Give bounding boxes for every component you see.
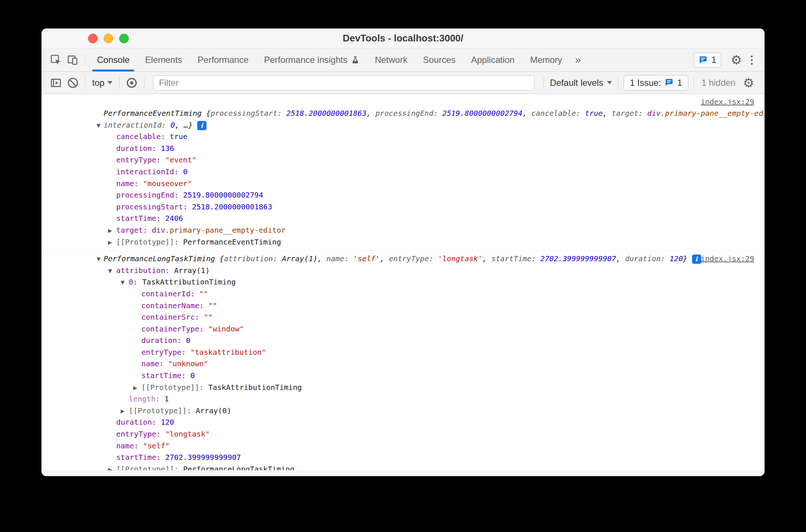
console-token: [[Prototype]]: xyxy=(116,465,183,470)
console-token: duration: xyxy=(116,144,161,153)
source-link[interactable]: index.jsx:29 xyxy=(701,97,755,106)
issues-counter-button[interactable]: 1 xyxy=(694,53,721,67)
issues-button[interactable]: 1 Issue: 1 xyxy=(624,75,688,91)
console-token: { xyxy=(219,254,224,263)
console-token: 120 xyxy=(669,254,683,263)
console-token: , xyxy=(523,109,531,118)
expand-arrow-icon[interactable]: ▶ xyxy=(108,225,112,237)
tab-label: Performance xyxy=(198,55,248,65)
tree-row: ▼0: TaskAttributionTiming xyxy=(41,276,754,288)
console-token: "taskattribution" xyxy=(190,348,266,357)
zoom-window-button[interactable] xyxy=(119,34,129,43)
tab-memory[interactable]: Memory xyxy=(522,48,570,71)
tab-performance-insights[interactable]: Performance insights xyxy=(256,48,367,71)
collapse-arrow-icon[interactable]: ▼ xyxy=(108,265,112,277)
log-levels-dropdown[interactable]: Default levels xyxy=(548,78,614,88)
tab-label: Application xyxy=(471,55,514,65)
console-token: TaskAttributionTiming xyxy=(208,383,302,392)
tree-row: ▶[[Prototype]]: Array(0) xyxy=(41,405,754,417)
console-token: , xyxy=(380,254,389,263)
console-token: 2519.8000000002794 xyxy=(442,109,523,118)
console-token: 2406 xyxy=(165,214,183,223)
expand-arrow-icon[interactable]: ▶ xyxy=(108,237,112,249)
toggle-device-toolbar-icon[interactable] xyxy=(64,52,81,68)
tab-sources[interactable]: Sources xyxy=(415,48,463,71)
tree-row: entryType: "taskattribution" xyxy=(41,347,754,358)
console-token: PerformanceLongTaskTiming xyxy=(104,254,219,263)
console-token: containerSrc: xyxy=(141,313,204,321)
tree-row: startTime: 2702.399999999907 xyxy=(41,452,754,464)
info-icon[interactable]: i xyxy=(197,121,206,130)
execution-context-selector[interactable]: top xyxy=(89,78,115,88)
tab-application[interactable]: Application xyxy=(463,48,522,71)
tree-row: ▼interactionId: 0, …}i xyxy=(41,119,754,131)
console-token: target: xyxy=(612,109,647,118)
expand-arrow-icon[interactable]: ▶ xyxy=(121,405,125,417)
issues-count: 1 xyxy=(711,55,716,65)
tree-row: interactionId: 0 xyxy=(41,166,754,178)
tab-elements[interactable]: Elements xyxy=(137,48,190,71)
expand-arrow-icon[interactable]: ▶ xyxy=(108,464,112,470)
create-live-expression-icon[interactable] xyxy=(123,75,140,91)
tree-row: startTime: 2406 xyxy=(41,213,754,225)
console-token: 0: xyxy=(129,277,142,286)
console-token: , xyxy=(616,254,625,263)
tree-row: ▶[[Prototype]]: PerformanceLongTaskTimin… xyxy=(41,464,754,470)
info-icon[interactable]: i xyxy=(692,255,701,264)
minimize-window-button[interactable] xyxy=(104,34,113,43)
tree-row: ▶target: div.primary-pane__empty-editor xyxy=(41,225,754,236)
expand-arrow-icon[interactable]: ▶ xyxy=(133,382,137,394)
divider xyxy=(85,54,85,66)
tab-label: Console xyxy=(97,55,130,65)
collapse-arrow-icon[interactable]: ▼ xyxy=(121,277,125,289)
tab-label: Performance insights xyxy=(264,55,347,65)
console-token: processingEnd: xyxy=(376,109,443,118)
close-window-button[interactable] xyxy=(88,34,98,43)
collapse-arrow-icon[interactable]: ▼ xyxy=(97,253,101,265)
console-token: startTime: xyxy=(116,214,165,223)
divider xyxy=(119,77,120,89)
tree-row: entryType: "event" xyxy=(41,154,754,166)
console-token: length: xyxy=(129,394,164,403)
console-token: true xyxy=(170,132,188,141)
console-token: attribution: xyxy=(224,254,282,263)
console-token: entryType: xyxy=(116,430,165,438)
collapse-arrow-icon[interactable]: ▼ xyxy=(97,120,101,132)
tree-row: duration: 120 xyxy=(41,417,754,428)
console-token: cancelable: xyxy=(116,132,170,141)
divider xyxy=(694,77,694,89)
tab-console[interactable]: Console xyxy=(89,48,137,71)
tab-label: Elements xyxy=(145,55,182,65)
console-token: "window" xyxy=(208,324,244,333)
more-tabs-button[interactable]: » xyxy=(570,54,586,66)
tree-row: PerformanceEventTiming {processingStart:… xyxy=(41,108,754,119)
console-settings-gear-icon[interactable]: ⚙ xyxy=(739,77,758,89)
window-title: DevTools - localhost:3000/ xyxy=(343,33,463,44)
console-token: Array(1) xyxy=(282,254,318,263)
issues-label: 1 Issue: xyxy=(630,78,661,88)
settings-gear-icon[interactable]: ⚙ xyxy=(727,54,746,66)
tab-performance[interactable]: Performance xyxy=(190,48,256,71)
tab-label: Memory xyxy=(530,55,562,65)
console-token: interactionId: xyxy=(116,167,183,176)
inspect-element-icon[interactable] xyxy=(47,52,64,68)
console-token: 2518.2000000001863 xyxy=(286,109,367,118)
show-console-sidebar-icon[interactable] xyxy=(47,75,64,91)
console-token: name: xyxy=(326,254,353,263)
divider xyxy=(544,77,544,89)
console-token: 120 xyxy=(161,418,174,427)
filter-input[interactable] xyxy=(153,75,534,90)
console-token: 2702.399999999907 xyxy=(165,453,241,462)
tab-network[interactable]: Network xyxy=(367,48,415,71)
tree-row: startTime: 0 xyxy=(41,370,754,382)
console-token: name: xyxy=(141,359,168,368)
customize-menu-icon[interactable] xyxy=(746,55,758,65)
clear-console-icon[interactable] xyxy=(64,75,81,91)
console-token: name: xyxy=(116,441,143,450)
source-link[interactable]: index.jsx:29 xyxy=(701,253,755,265)
console-token: "self" xyxy=(143,441,169,450)
tree-row: length: 1 xyxy=(41,393,754,405)
tree-row: index.jsx:29▼PerformanceLongTaskTiming {… xyxy=(41,253,754,265)
console-entry: index.jsx:29▼PerformanceLongTaskTiming {… xyxy=(41,250,765,470)
tree-row: containerType: "window" xyxy=(41,323,754,335)
